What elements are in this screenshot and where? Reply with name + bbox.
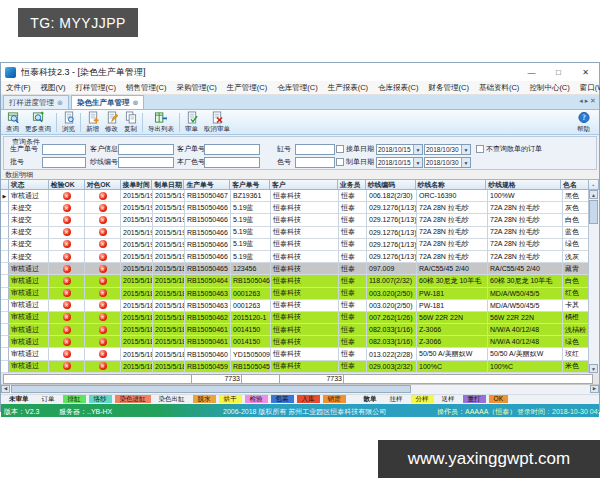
menu-item[interactable]: 视图(V)	[36, 83, 71, 93]
menu-item[interactable]: 基础资料(C)	[474, 83, 524, 93]
horizontal-scrollbar[interactable]: ◀ ▶	[1, 385, 599, 395]
row-selector-cell[interactable]	[1, 324, 9, 336]
table-row[interactable]: 未提交✕✕2015/5/192015/5/19RB150504665.19蓝恒泰…	[1, 214, 599, 226]
tab-打样进度管理[interactable]: 打样进度管理⊗	[3, 95, 69, 109]
query-input-本厂色号[interactable]	[204, 157, 260, 168]
date-dropdown[interactable]: 2018/10/15▼	[376, 144, 423, 155]
row-selector-cell[interactable]	[1, 263, 9, 275]
scroll-left-icon[interactable]: ◀	[1, 385, 10, 393]
column-header-检验OK[interactable]: 检验OK	[49, 179, 85, 190]
menu-item[interactable]: 仓库管理(C)	[272, 83, 322, 93]
menu-item[interactable]: 打样管理(C)	[71, 83, 121, 93]
query-input-色号[interactable]	[295, 157, 335, 168]
query-input-客户单号[interactable]	[204, 144, 260, 155]
row-selector-cell[interactable]	[1, 227, 9, 239]
row-selector-cell[interactable]	[1, 288, 9, 300]
toolbar-button-help[interactable]: ?帮助	[574, 111, 593, 134]
table-row[interactable]: 审核通过✕✕2015/5/182015/5/18RB15050459RB1505…	[1, 361, 599, 373]
query-input-缸号[interactable]	[295, 144, 335, 155]
date-dropdown[interactable]: 2018/10/30▼	[424, 144, 471, 155]
toolbar-button-查询[interactable]: 查询	[3, 111, 22, 134]
menu-item[interactable]: 采购管理(C)	[171, 83, 221, 93]
table-row[interactable]: 未提交✕✕2015/5/192015/5/19RB150504665.19蓝恒泰…	[1, 239, 599, 251]
column-header-制单日期[interactable]: 制单日期	[152, 179, 184, 190]
denied-icon: ✕	[99, 362, 107, 370]
horizontal-scroll-thumb[interactable]	[11, 385, 411, 393]
toolbar-button-导出列表[interactable]: 导出列表	[145, 111, 177, 134]
table-row[interactable]: 未提交✕✕2015/5/192015/5/19RB150504665.19蓝恒泰…	[1, 251, 599, 263]
cell-prod_no: RB15050466	[185, 202, 231, 214]
table-row[interactable]: ▶审核通过✕✕2015/5/192015/5/19RB15050467BZ193…	[1, 190, 599, 202]
query-input-纱线编号[interactable]	[118, 157, 174, 168]
menu-item[interactable]: 控制中心(C)	[524, 83, 574, 93]
table-row[interactable]: 审核通过✕✕2015/5/182015/5/18RB15050461001415…	[1, 324, 599, 336]
table-row[interactable]: 审核通过✕✕2015/5/182015/5/18RB15050461001415…	[1, 336, 599, 348]
row-selector-cell[interactable]	[1, 348, 9, 360]
column-header-对色OK[interactable]: 对色OK	[85, 179, 121, 190]
row-selector-cell[interactable]	[1, 202, 9, 214]
tab-染色生产单管理[interactable]: 染色生产单管理⊗	[71, 95, 144, 109]
date-filter-checkbox[interactable]	[336, 158, 344, 166]
table-row[interactable]: 审核通过✕✕2015/5/182015/5/18RB15050463000126…	[1, 300, 599, 312]
column-header-色名[interactable]: 色名	[561, 179, 589, 190]
query-input-客户信息[interactable]	[118, 144, 174, 155]
row-selector-cell[interactable]	[1, 251, 9, 263]
mdi-nav-controls[interactable]: ◂ ▸ ✕	[579, 97, 596, 105]
row-selector-cell[interactable]	[1, 239, 9, 251]
row-selector-cell[interactable]	[1, 361, 9, 373]
row-selector-cell[interactable]	[1, 214, 9, 226]
column-header-纱线名称[interactable]: 纱线名称	[416, 179, 487, 190]
scroll-right-icon[interactable]: ▶	[590, 385, 599, 393]
date-dropdown[interactable]: 2018/10/15▼	[376, 157, 423, 168]
toolbar-button-审单[interactable]: 审单	[182, 111, 201, 134]
column-header-纱线编码[interactable]: 纱线编码	[366, 179, 416, 190]
maximize-button[interactable]: □	[545, 63, 572, 81]
close-button[interactable]: ✕	[572, 63, 599, 81]
query-input-批号[interactable]	[42, 157, 86, 168]
tab-close-icon[interactable]: ⊗	[57, 99, 63, 107]
toolbar-button-更多查询[interactable]: 更多查询	[22, 111, 54, 134]
vertical-scrollbar[interactable]: ▲ ▼	[588, 190, 599, 373]
toolbar-button-复制[interactable]: 复制	[121, 111, 140, 134]
column-options-button[interactable]: ▪	[589, 179, 599, 190]
menu-item[interactable]: 财务管理(C)	[424, 83, 474, 93]
menu-item[interactable]: 生产报表(C)	[323, 83, 373, 93]
row-selector-cell[interactable]	[1, 275, 9, 287]
date-dropdown[interactable]: 2018/10/30▼	[424, 157, 471, 168]
table-row[interactable]: 审核通过✕✕2015/5/182015/5/18RB15050462201512…	[1, 312, 599, 324]
no-sporadic-checkbox[interactable]	[476, 145, 484, 153]
query-input-生产单号[interactable]	[42, 144, 86, 155]
row-selector-cell[interactable]	[1, 336, 9, 348]
table-row[interactable]: 审核通过✕✕2015/5/182015/5/18RB15050464RB1505…	[1, 275, 599, 287]
column-header-接单时间[interactable]: 接单时间	[121, 179, 153, 190]
column-header-客户[interactable]: 客户	[270, 179, 338, 190]
column-header-生产单号[interactable]: 生产单号	[184, 179, 230, 190]
column-header-业务员[interactable]: 业务员	[338, 179, 366, 190]
table-row[interactable]: 审核通过✕✕2015/5/182015/5/18RB15050463000126…	[1, 288, 599, 300]
table-row[interactable]: 审核通过✕✕2015/5/182015/5/18RB15050465123456…	[1, 263, 599, 275]
toolbar-button-新增[interactable]: 新增	[83, 111, 102, 134]
tab-close-icon[interactable]: ⊗	[132, 99, 138, 107]
date-filter-checkbox[interactable]	[336, 145, 344, 153]
column-header-状态[interactable]: 状态	[9, 179, 49, 190]
column-header-纱线规格[interactable]: 纱线规格	[486, 179, 561, 190]
vertical-scroll-thumb[interactable]	[589, 200, 598, 224]
toolbar-button-修改[interactable]: 修改	[102, 111, 121, 134]
toolbar-button-浏览[interactable]: 浏览	[59, 111, 78, 134]
row-selector-cell[interactable]: ▶	[1, 190, 9, 202]
menu-item[interactable]: 销售管理(C)	[121, 83, 171, 93]
row-selector-cell[interactable]	[1, 300, 9, 312]
toolbar-button-取消审单[interactable]: 取消审单	[201, 111, 233, 134]
table-row[interactable]: 审核通过✕✕2015/5/182015/5/18RB15050460YD1505…	[1, 348, 599, 360]
menu-item[interactable]: 生产管理(C)	[222, 83, 272, 93]
menu-item[interactable]: 文件(F)	[1, 83, 36, 93]
scroll-down-icon[interactable]: ▼	[589, 364, 598, 373]
table-row[interactable]: 未提交✕✕2015/5/192015/5/19RB150504665.19蓝恒泰…	[1, 227, 599, 239]
minimize-button[interactable]: —	[518, 63, 545, 81]
table-row[interactable]: 未提交✕✕2015/5/192015/5/19RB150504665.19蓝恒泰…	[1, 202, 599, 214]
column-header-客户单号[interactable]: 客户单号	[230, 179, 270, 190]
menu-item[interactable]: 窗口(W)	[575, 83, 600, 93]
menu-item[interactable]: 仓库报表(C)	[373, 83, 423, 93]
scroll-up-icon[interactable]: ▲	[589, 190, 598, 199]
row-selector-cell[interactable]	[1, 312, 9, 324]
